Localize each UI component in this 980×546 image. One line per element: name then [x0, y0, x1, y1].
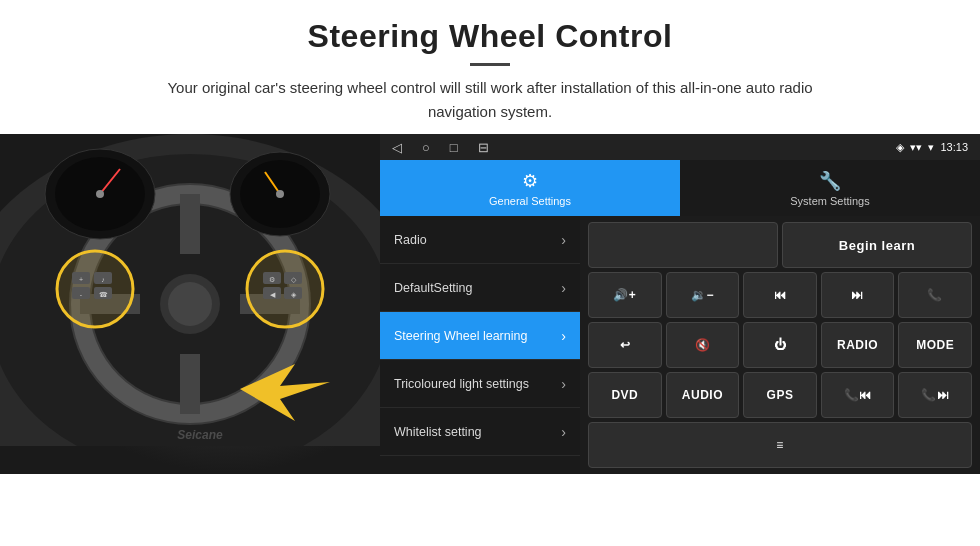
status-time: 13:13 [940, 141, 968, 153]
nav-back-icon[interactable]: ◁ [392, 140, 402, 155]
page-title: Steering Wheel Control [40, 18, 940, 55]
page-header: Steering Wheel Control Your original car… [0, 0, 980, 134]
android-status-bar: ◈ ▾▾ ▾ 13:13 [896, 141, 968, 154]
dvd-label: DVD [611, 388, 638, 402]
next-track-button[interactable]: ⏭ [821, 272, 895, 318]
tab-system-settings[interactable]: 🔧 System Settings [680, 160, 980, 216]
chevron-icon: › [561, 424, 566, 440]
nav-recent-icon[interactable]: □ [450, 140, 458, 155]
menu-item-tricoloured[interactable]: Tricoloured light settings › [380, 360, 580, 408]
menu-steering-label: Steering Wheel learning [394, 329, 527, 343]
nav-home-icon[interactable]: ○ [422, 140, 430, 155]
tab-system-label: System Settings [790, 195, 869, 207]
menu-item-radio[interactable]: Radio › [380, 216, 580, 264]
header-divider [470, 63, 510, 66]
tab-general-settings[interactable]: ⚙ General Settings [380, 160, 680, 216]
svg-text:♪: ♪ [101, 276, 105, 283]
system-settings-icon: 🔧 [819, 170, 841, 192]
next-icon: ⏭ [851, 288, 864, 302]
menu-icon-button[interactable]: ≡ [588, 422, 972, 468]
vol-up-button[interactable]: 🔊+ [588, 272, 662, 318]
back-icon: ↩ [620, 338, 631, 352]
android-panel: ◁ ○ □ ⊟ ◈ ▾▾ ▾ 13:13 ⚙ General Settings … [380, 134, 980, 474]
svg-text:+: + [79, 276, 83, 283]
empty-slot [588, 222, 778, 268]
radio-button[interactable]: RADIO [821, 322, 895, 368]
svg-text:⚙: ⚙ [269, 276, 275, 283]
main-area: Radio › DefaultSetting › Steering Wheel … [380, 216, 980, 474]
controls-panel: Begin learn 🔊+ 🔉− ⏮ ⏭ [580, 216, 980, 474]
prev-icon: ⏮ [774, 288, 787, 302]
android-nav-buttons: ◁ ○ □ ⊟ [392, 140, 489, 155]
svg-text:Seicane: Seicane [177, 428, 223, 442]
call-prev-icon: 📞⏮ [844, 388, 872, 402]
menu-radio-label: Radio [394, 233, 427, 247]
dvd-button[interactable]: DVD [588, 372, 662, 418]
mode-label: MODE [916, 338, 954, 352]
tab-general-label: General Settings [489, 195, 571, 207]
chevron-icon: › [561, 376, 566, 392]
menu-item-whitelist[interactable]: Whitelist setting › [380, 408, 580, 456]
controls-row-3: DVD AUDIO GPS 📞⏮ 📞⏭ [588, 372, 972, 418]
mute-icon: 🔇 [695, 338, 711, 352]
signal-icon: ▾▾ [910, 141, 922, 154]
wifi-icon: ▾ [928, 141, 934, 154]
vol-up-icon: 🔊+ [613, 288, 636, 302]
controls-row-0: Begin learn [588, 222, 972, 268]
nav-menu-icon[interactable]: ⊟ [478, 140, 489, 155]
menu-list: Radio › DefaultSetting › Steering Wheel … [380, 216, 580, 474]
gps-button[interactable]: GPS [743, 372, 817, 418]
call-next-button[interactable]: 📞⏭ [898, 372, 972, 418]
power-icon: ⏻ [774, 338, 787, 352]
audio-button[interactable]: AUDIO [666, 372, 740, 418]
prev-track-button[interactable]: ⏮ [743, 272, 817, 318]
tab-bar: ⚙ General Settings 🔧 System Settings [380, 160, 980, 216]
power-button[interactable]: ⏻ [743, 322, 817, 368]
svg-point-14 [96, 190, 104, 198]
menu-tricoloured-label: Tricoloured light settings [394, 377, 529, 391]
page-subtitle: Your original car's steering wheel contr… [140, 76, 840, 124]
car-background: + - ♪ ☎ ⚙ ◀ ◇ ◈ [0, 134, 380, 474]
back-button[interactable]: ↩ [588, 322, 662, 368]
gps-label: GPS [767, 388, 794, 402]
menu-item-steering[interactable]: Steering Wheel learning › [380, 312, 580, 360]
steering-wheel-svg: + - ♪ ☎ ⚙ ◀ ◇ ◈ [0, 134, 380, 446]
vol-down-button[interactable]: 🔉− [666, 272, 740, 318]
audio-label: AUDIO [682, 388, 723, 402]
location-icon: ◈ [896, 141, 904, 154]
chevron-icon: › [561, 280, 566, 296]
begin-learn-button[interactable]: Begin learn [782, 222, 972, 268]
svg-text:☎: ☎ [99, 291, 108, 298]
call-button[interactable]: 📞 [898, 272, 972, 318]
svg-point-10 [168, 282, 212, 326]
chevron-icon: › [561, 232, 566, 248]
car-image-section: + - ♪ ☎ ⚙ ◀ ◇ ◈ [0, 134, 380, 474]
mode-button[interactable]: MODE [898, 322, 972, 368]
call-next-icon: 📞⏭ [921, 388, 949, 402]
general-settings-icon: ⚙ [522, 170, 538, 192]
menu-icon: ≡ [776, 438, 784, 452]
menu-whitelist-label: Whitelist setting [394, 425, 482, 439]
vol-down-icon: 🔉− [691, 288, 714, 302]
radio-label: RADIO [837, 338, 878, 352]
svg-point-18 [276, 190, 284, 198]
controls-row-4: ≡ [588, 422, 972, 468]
mute-button[interactable]: 🔇 [666, 322, 740, 368]
content-area: + - ♪ ☎ ⚙ ◀ ◇ ◈ [0, 134, 980, 474]
controls-row-1: 🔊+ 🔉− ⏮ ⏭ 📞 [588, 272, 972, 318]
call-icon: 📞 [927, 288, 943, 302]
menu-default-label: DefaultSetting [394, 281, 473, 295]
controls-row-2: ↩ 🔇 ⏻ RADIO MODE [588, 322, 972, 368]
chevron-icon: › [561, 328, 566, 344]
menu-item-default[interactable]: DefaultSetting › [380, 264, 580, 312]
android-nav-bar: ◁ ○ □ ⊟ ◈ ▾▾ ▾ 13:13 [380, 134, 980, 160]
call-prev-button[interactable]: 📞⏮ [821, 372, 895, 418]
